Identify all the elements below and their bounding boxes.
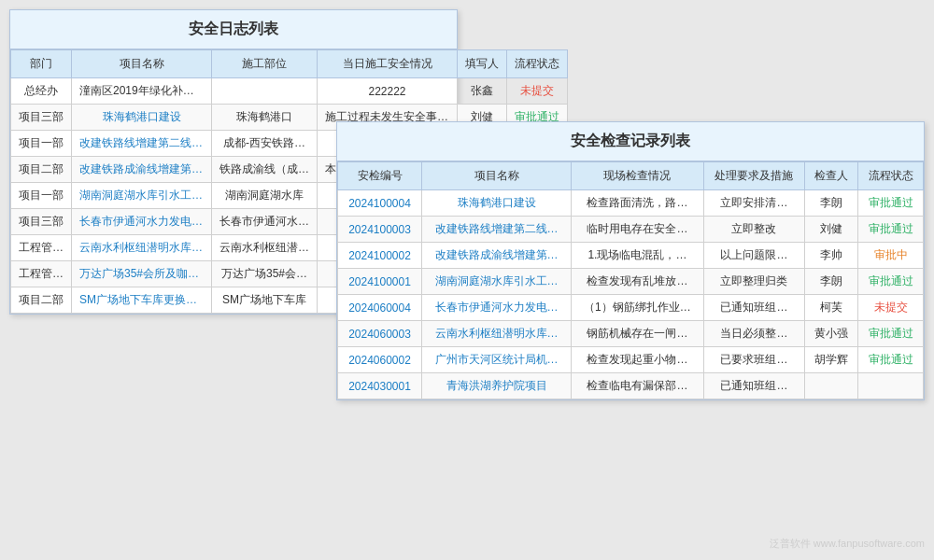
table-cell: 云南水利枢纽潜… — [212, 235, 318, 261]
table-row[interactable]: 2024060003云南水利枢纽潜明水库…钢筋机械存在一闸…当日必须整…黄小强审… — [338, 321, 924, 347]
watermark: 泛普软件 www.fanpusoftware.com — [770, 537, 925, 551]
table-cell: 项目二部 — [11, 157, 72, 183]
table-cell: 工程管… — [11, 261, 72, 287]
table-cell[interactable]: 2024030001 — [338, 373, 422, 399]
table-cell: 项目三部 — [11, 209, 72, 235]
table-cell[interactable]: 2024100003 — [338, 217, 422, 243]
table-cell: 当日必须整… — [703, 321, 805, 347]
table-cell: 万达广场35#会… — [212, 261, 318, 287]
table-cell: 未提交 — [507, 78, 568, 105]
table-cell: 已要求班组… — [703, 347, 805, 373]
table-cell[interactable]: 长春市伊通河水力发电厂… — [72, 209, 212, 235]
column-header: 项目名称 — [72, 50, 212, 78]
column-header: 现场检查情况 — [572, 162, 704, 190]
table-cell: 钢筋机械存在一闸… — [572, 321, 704, 347]
table-cell[interactable]: 广州市天河区统计局机… — [422, 347, 572, 373]
table-cell: 工程管… — [11, 235, 72, 261]
table-cell: 已通知班组… — [703, 373, 805, 399]
column-header: 安检编号 — [338, 162, 422, 190]
table-cell: 总经办 — [11, 78, 72, 105]
safety-check-table: 安检编号项目名称现场检查情况处理要求及措施检查人流程状态 2024100004珠… — [337, 161, 924, 399]
column-header: 流程状态 — [858, 162, 924, 190]
table-cell: 立即整理归类 — [703, 269, 805, 295]
table-cell: 检查路面清洗，路… — [572, 190, 704, 217]
table-cell[interactable]: 万达广场35#会所及咖啡… — [72, 261, 212, 287]
table-cell: 222222 — [318, 78, 458, 105]
table-cell — [212, 78, 318, 105]
table-row[interactable]: 2024030001青海洪湖养护院项目检查临电有漏保部…已通知班组… — [338, 373, 924, 399]
table-cell[interactable]: 长春市伊通河水力发电… — [422, 295, 572, 321]
table-cell: 审批中 — [858, 243, 924, 269]
table-row[interactable]: 2024060004长春市伊通河水力发电…（1）钢筋绑扎作业…已通知班组…柯芙未… — [338, 295, 924, 321]
table-row[interactable]: 总经办潼南区2019年绿化补贴项…222222张鑫未提交 — [11, 78, 568, 105]
table-cell: 湖南洞庭湖水库 — [212, 183, 318, 209]
table-row[interactable]: 2024100004珠海鹤港口建设检查路面清洗，路…立即安排清…李朗审批通过 — [338, 190, 924, 217]
table-cell[interactable]: 湖南洞庭湖水库引水工程… — [72, 183, 212, 209]
table-cell: 项目一部 — [11, 131, 72, 157]
table-cell: 潼南区2019年绿化补贴项… — [72, 78, 212, 105]
table-cell[interactable]: 珠海鹤港口建设 — [422, 190, 572, 217]
table-cell[interactable]: 2024060002 — [338, 347, 422, 373]
table-cell[interactable]: 云南水利枢纽潜明水库一… — [72, 235, 212, 261]
table-cell[interactable]: 云南水利枢纽潜明水库… — [422, 321, 572, 347]
table-row[interactable]: 2024100001湖南洞庭湖水库引水工…检查发现有乱堆放…立即整理归类李朗审批… — [338, 269, 924, 295]
table-cell: （1）钢筋绑扎作业… — [572, 295, 704, 321]
table-cell — [805, 373, 858, 399]
table-cell: 审批通过 — [858, 347, 924, 373]
table-cell: 刘健 — [805, 217, 858, 243]
column-header: 填写人 — [458, 50, 507, 78]
column-header: 施工部位 — [212, 50, 318, 78]
table-cell: 审批通过 — [858, 321, 924, 347]
table-cell: 立即整改 — [703, 217, 805, 243]
table-cell: 以上问题限… — [703, 243, 805, 269]
table-cell[interactable]: 2024060003 — [338, 321, 422, 347]
table-cell — [858, 373, 924, 399]
table-cell[interactable]: 2024100001 — [338, 269, 422, 295]
table-cell[interactable]: 改建铁路成渝线增建第二… — [72, 157, 212, 183]
table-cell[interactable]: 2024100004 — [338, 190, 422, 217]
table-cell[interactable]: 2024060004 — [338, 295, 422, 321]
table-cell: 张鑫 — [458, 78, 507, 105]
table-cell: SM广场地下车库 — [212, 287, 318, 314]
safety-log-title: 安全日志列表 — [10, 10, 457, 49]
column-header: 流程状态 — [507, 50, 568, 78]
column-header: 当日施工安全情况 — [318, 50, 458, 78]
safety-check-panel: 安全检查记录列表 安检编号项目名称现场检查情况处理要求及措施检查人流程状态 20… — [336, 121, 925, 400]
column-header: 部门 — [11, 50, 72, 78]
table-row[interactable]: 2024100002改建铁路成渝线增建第…1.现场临电混乱，…以上问题限…李帅审… — [338, 243, 924, 269]
table-cell: 李朗 — [805, 190, 858, 217]
table-row[interactable]: 2024060002广州市天河区统计局机…检查发现起重小物…已要求班组…胡学辉审… — [338, 347, 924, 373]
table-cell[interactable]: SM广场地下车库更换摄… — [72, 287, 212, 314]
table-cell: 审批通过 — [858, 217, 924, 243]
table-cell: 未提交 — [858, 295, 924, 321]
table-cell: 李帅 — [805, 243, 858, 269]
table-cell: 项目三部 — [11, 105, 72, 131]
table-cell: 检查发现起重小物… — [572, 347, 704, 373]
table-cell[interactable]: 湖南洞庭湖水库引水工… — [422, 269, 572, 295]
table-cell: 胡学辉 — [805, 347, 858, 373]
table-row[interactable]: 2024100003改建铁路线增建第二线…临时用电存在安全…立即整改刘健审批通过 — [338, 217, 924, 243]
table-cell[interactable]: 改建铁路线增建第二线直… — [72, 131, 212, 157]
table-cell: 检查临电有漏保部… — [572, 373, 704, 399]
table-cell[interactable]: 2024100002 — [338, 243, 422, 269]
table-cell: 珠海鹤港口 — [212, 105, 318, 131]
table-cell: 项目二部 — [11, 287, 72, 314]
table-cell: 已通知班组… — [703, 295, 805, 321]
table-cell[interactable]: 改建铁路线增建第二线… — [422, 217, 572, 243]
table-cell[interactable]: 青海洪湖养护院项目 — [422, 373, 572, 399]
safety-check-title: 安全检查记录列表 — [337, 122, 924, 161]
table-cell: 柯芙 — [805, 295, 858, 321]
table-cell: 项目一部 — [11, 183, 72, 209]
table-cell: 1.现场临电混乱，… — [572, 243, 704, 269]
table-cell: 审批通过 — [858, 190, 924, 217]
table-cell: 黄小强 — [805, 321, 858, 347]
table-cell[interactable]: 珠海鹤港口建设 — [72, 105, 212, 131]
table-cell: 检查发现有乱堆放… — [572, 269, 704, 295]
table-cell: 成都-西安铁路… — [212, 131, 318, 157]
column-header: 检查人 — [805, 162, 858, 190]
table-cell[interactable]: 改建铁路成渝线增建第… — [422, 243, 572, 269]
table-cell: 审批通过 — [858, 269, 924, 295]
column-header: 项目名称 — [422, 162, 572, 190]
table-cell: 立即安排清… — [703, 190, 805, 217]
table-cell: 铁路成渝线（成… — [212, 157, 318, 183]
